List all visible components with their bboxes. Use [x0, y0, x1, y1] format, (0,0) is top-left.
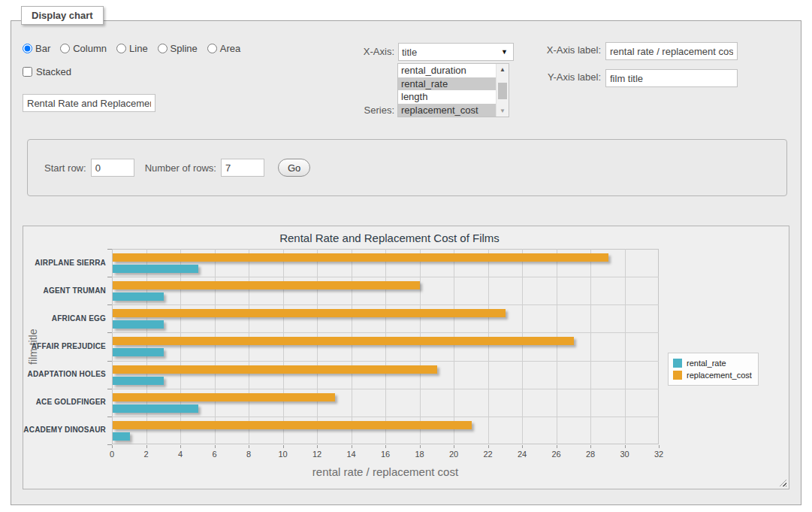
gridline-vertical: [590, 249, 591, 444]
radio-bar-input[interactable]: [23, 44, 32, 53]
radio-bar[interactable]: Bar: [23, 43, 50, 54]
category-label: ACE GOLDFINGER: [23, 398, 106, 406]
fieldset-legend: Display chart: [21, 6, 104, 25]
x-tick-label: 20: [442, 450, 465, 459]
radio-spline[interactable]: Spline: [158, 43, 198, 54]
x-tick-label: 12: [306, 450, 328, 459]
legend-item-rental-rate: rental_rate: [673, 357, 752, 369]
stacked-checkbox[interactable]: [23, 67, 32, 77]
series-scrollbar[interactable]: ▲ ▼: [496, 64, 509, 117]
y-axis-tick: [107, 361, 112, 362]
gridline-vertical: [385, 249, 386, 444]
bar-rental_rate: [113, 320, 164, 329]
x-tick-label: 0: [101, 450, 123, 459]
x-axis-tick: [180, 445, 181, 448]
scrollbar-track[interactable]: [497, 75, 509, 105]
x-axis-tick: [385, 445, 386, 448]
chart-container: Rental Rate and Replacement Cost of Film…: [23, 226, 789, 489]
num-rows-input[interactable]: [221, 159, 264, 177]
x-axis-tick: [625, 445, 626, 448]
radio-area[interactable]: Area: [207, 43, 240, 54]
bar-rental_rate: [113, 348, 164, 356]
gridline-horizontal: [112, 332, 659, 333]
gridline-vertical: [557, 249, 557, 444]
gridline-vertical: [146, 249, 147, 444]
y-axis-tick: [107, 417, 112, 417]
category-label: AFRICAN EGG: [23, 314, 106, 323]
series-option-replacement-cost[interactable]: replacement_cost: [398, 104, 496, 117]
gridline-vertical: [283, 249, 284, 444]
x-tick-label: 4: [169, 450, 192, 459]
y-axis-tick: [107, 304, 112, 305]
y-axis-tick: [107, 277, 112, 277]
category-label: ACADEMY DINOSAUR: [23, 426, 106, 434]
x-tick-label: 18: [409, 450, 431, 459]
gridline-vertical: [249, 249, 249, 444]
radio-bar-label: Bar: [35, 43, 50, 54]
radio-area-label: Area: [220, 43, 240, 54]
bar-rental_rate: [113, 292, 164, 301]
bar-replacement_cost: [113, 337, 574, 345]
x-tick-label: 22: [477, 450, 500, 459]
radio-column[interactable]: Column: [60, 43, 107, 54]
x-tick-label: 8: [237, 450, 260, 459]
category-label: ADAPTATION HOLES: [23, 370, 106, 378]
gridline-vertical: [454, 249, 454, 444]
y-axis-label-input[interactable]: [605, 69, 738, 87]
gridline-vertical: [215, 249, 216, 444]
radio-column-label: Column: [73, 43, 107, 54]
series-listbox[interactable]: rental_duration rental_rate length repla…: [397, 63, 509, 117]
x-tick-label: 2: [135, 450, 158, 459]
gridline-horizontal: [112, 417, 659, 417]
bar-replacement_cost: [113, 421, 472, 429]
scrollbar-thumb[interactable]: [498, 83, 507, 99]
x-axis-tick: [283, 445, 284, 448]
x-axis-tick: [352, 445, 352, 448]
num-rows-label: Number of rows:: [145, 162, 216, 174]
chart-title-input[interactable]: [23, 94, 155, 112]
x-axis-tick: [488, 445, 489, 448]
radio-area-input[interactable]: [207, 44, 217, 53]
x-axis-label-field-label: X-Axis label:: [536, 44, 601, 56]
scroll-up-icon[interactable]: ▲: [497, 64, 509, 75]
x-tick-label: 14: [340, 450, 363, 459]
gridline-vertical: [180, 249, 181, 444]
series-option-length[interactable]: length: [398, 90, 496, 104]
series-option-rental-duration[interactable]: rental_duration: [398, 64, 496, 77]
gridline-vertical: [625, 249, 626, 444]
x-axis-tick: [454, 445, 454, 448]
series-label: Series:: [331, 105, 394, 116]
bar-rental_rate: [113, 265, 198, 273]
x-axis-title: rental rate / replacement cost: [112, 465, 659, 478]
y-axis-label-field-label: Y-Axis label:: [536, 71, 601, 83]
go-button[interactable]: Go: [278, 159, 310, 177]
radio-line-input[interactable]: [116, 44, 126, 53]
x-axis-tick: [420, 445, 421, 448]
x-tick-label: 28: [579, 450, 602, 459]
x-axis-tick: [522, 445, 523, 448]
x-axis-tick: [557, 445, 557, 448]
x-tick-label: 30: [614, 450, 636, 459]
x-axis-label-input[interactable]: [605, 42, 738, 60]
x-axis-tick: [146, 445, 147, 448]
x-tick-label: 16: [374, 450, 397, 459]
radio-spline-input[interactable]: [158, 44, 168, 53]
chart-type-radio-group: Bar Column Line Spline Area: [23, 43, 240, 54]
page: Display chart Bar Column Line Spline Are…: [0, 0, 812, 512]
rows-panel: Start row: Number of rows: Go: [27, 139, 787, 196]
bar-replacement_cost: [113, 309, 506, 317]
x-tick-label: 26: [545, 450, 568, 459]
chart-title: Rental Rate and Replacement Cost of Film…: [23, 232, 756, 244]
chart-resize-handle[interactable]: [780, 480, 786, 486]
radio-line[interactable]: Line: [116, 43, 148, 54]
scroll-down-icon[interactable]: ▼: [497, 105, 509, 117]
bar-rental_rate: [113, 377, 164, 385]
radio-column-input[interactable]: [60, 44, 70, 53]
x-axis-tick: [590, 445, 591, 448]
gridline-vertical: [522, 249, 523, 444]
start-row-input[interactable]: [91, 159, 134, 177]
series-option-rental-rate[interactable]: rental_rate: [398, 77, 496, 91]
x-axis-tick: [659, 445, 660, 448]
bar-rental_rate: [113, 404, 198, 413]
x-axis-select[interactable]: title: [398, 43, 514, 61]
